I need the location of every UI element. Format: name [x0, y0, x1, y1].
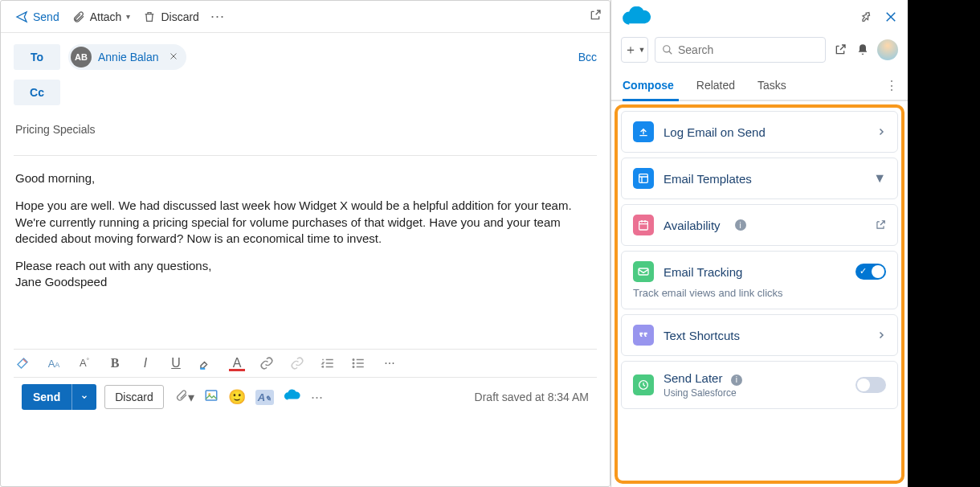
svg-rect-3	[206, 391, 217, 400]
black-strip	[908, 0, 980, 487]
unlink-icon[interactable]	[290, 356, 306, 370]
tracking-toggle[interactable]: ✓	[855, 264, 886, 280]
italic-icon[interactable]: I	[137, 356, 153, 370]
tracking-desc: Track email views and link clicks	[633, 287, 783, 299]
upload-icon	[633, 121, 654, 142]
bold-icon[interactable]: B	[107, 356, 123, 370]
bell-icon[interactable]	[855, 43, 871, 56]
svg-rect-6	[639, 174, 648, 183]
external-link-icon[interactable]	[832, 43, 848, 56]
underline-icon[interactable]: U	[168, 356, 184, 370]
open-external-icon	[875, 219, 886, 231]
bcc-button[interactable]: Bcc	[578, 51, 597, 63]
recipient-name: Annie Balan	[98, 51, 159, 63]
font-icon[interactable]: AA	[46, 358, 62, 370]
to-row: To AB Annie Balan Bcc	[14, 44, 597, 70]
format-more-icon[interactable]: ···	[382, 356, 398, 370]
send-link[interactable]: Send	[9, 7, 66, 27]
chevron-right-icon	[876, 127, 886, 137]
calendar-icon	[633, 215, 654, 235]
to-button[interactable]: To	[14, 44, 60, 70]
bullet-list-icon[interactable]	[351, 356, 367, 370]
chevron-down-icon: ▾	[126, 12, 130, 21]
pin-icon[interactable]	[860, 10, 872, 27]
user-avatar[interactable]	[877, 39, 898, 60]
outlook-compose-window: Send Attach ▾ Discard ··· To AB Annie Ba…	[0, 0, 610, 487]
font-size-icon[interactable]: A°	[76, 357, 92, 369]
highlight-icon[interactable]	[198, 356, 214, 370]
card-shortcuts[interactable]: Text Shortcuts	[621, 314, 898, 356]
card-availability[interactable]: Availability i	[621, 204, 898, 246]
send-later-toggle[interactable]: ✓	[855, 377, 886, 393]
cc-button[interactable]: Cc	[14, 80, 60, 105]
send-bar: Send Discard ▾ 🙂 A✎ ··· Dra	[14, 377, 597, 416]
sendbar-more-icon[interactable]: ···	[311, 389, 323, 406]
subject-field[interactable]: Pricing Specials	[14, 115, 597, 156]
compose-cards: Log Email on Send Email Templates ▼ Avai…	[615, 104, 904, 484]
sf-tool-row: ＋▼	[611, 37, 908, 71]
close-icon[interactable]	[884, 10, 898, 28]
tab-overflow-icon[interactable]: ⋮	[876, 78, 908, 93]
discard-link[interactable]: Discard	[137, 7, 205, 27]
card-templates[interactable]: Email Templates ▼	[621, 158, 898, 199]
discard-button[interactable]: Discard	[104, 385, 163, 409]
card-log-email[interactable]: Log Email on Send	[621, 111, 898, 153]
send-button[interactable]: Send	[22, 384, 96, 410]
remove-recipient-icon[interactable]	[169, 50, 178, 64]
numbered-list-icon[interactable]	[321, 356, 337, 370]
card-tracking[interactable]: Email Tracking ✓ Track email views and l…	[621, 251, 898, 309]
formatting-toolbar: AA A° B I U A ···	[14, 349, 597, 377]
tab-tasks[interactable]: Tasks	[746, 71, 798, 100]
card-send-later[interactable]: Send Later i Using Salesforce ✓	[621, 361, 898, 409]
format-painter-icon[interactable]	[15, 356, 31, 370]
send-dropdown-icon[interactable]	[71, 384, 96, 410]
cc-row: Cc	[14, 80, 597, 105]
template-icon	[633, 168, 654, 189]
svg-point-5	[664, 46, 670, 52]
svg-rect-8	[639, 268, 648, 275]
tab-related[interactable]: Related	[685, 71, 746, 100]
sf-header	[611, 0, 908, 37]
link-icon[interactable]	[259, 356, 276, 370]
avatar: AB	[71, 47, 92, 68]
email-body[interactable]: Good morning, Hope you are well. We had …	[14, 156, 597, 349]
draft-saved-label: Draft saved at 8:34 AM	[475, 391, 589, 403]
svg-rect-7	[639, 221, 648, 230]
compose-toolbar: Send Attach ▾ Discard ···	[1, 1, 610, 33]
attach-button[interactable]: Attach ▾	[66, 7, 137, 27]
more-actions-icon[interactable]: ···	[210, 8, 225, 25]
clock-icon	[633, 374, 654, 395]
attach-icon[interactable]: ▾	[175, 389, 194, 405]
font-color-icon[interactable]: A	[229, 356, 245, 370]
salesforce-panel: ＋▼ Compose Related Tasks ⋮ Log Email on …	[610, 0, 908, 487]
recipient-chip[interactable]: AB Annie Balan	[68, 44, 186, 70]
add-button[interactable]: ＋▼	[621, 37, 648, 63]
sensitivity-icon[interactable]: A✎	[255, 390, 274, 405]
salesforce-logo-icon	[621, 6, 653, 31]
info-icon[interactable]: i	[735, 219, 746, 231]
search-icon	[662, 44, 673, 55]
search-input[interactable]	[655, 37, 826, 63]
emoji-icon[interactable]: 🙂	[228, 388, 246, 406]
image-icon[interactable]	[204, 388, 218, 406]
chevron-right-icon	[876, 330, 886, 340]
tracking-icon	[633, 261, 654, 282]
svg-point-2	[353, 366, 354, 368]
caret-down-icon: ▼	[873, 171, 886, 186]
info-icon[interactable]: i	[731, 374, 742, 386]
sf-tabs: Compose Related Tasks ⋮	[611, 71, 908, 101]
tab-compose[interactable]: Compose	[611, 71, 685, 100]
quote-icon	[633, 325, 654, 346]
send-later-sub: Using Salesforce	[664, 387, 742, 399]
popout-icon[interactable]	[589, 9, 602, 25]
salesforce-cloud-icon[interactable]	[284, 389, 301, 405]
svg-point-0	[353, 359, 354, 361]
svg-point-1	[353, 362, 354, 364]
